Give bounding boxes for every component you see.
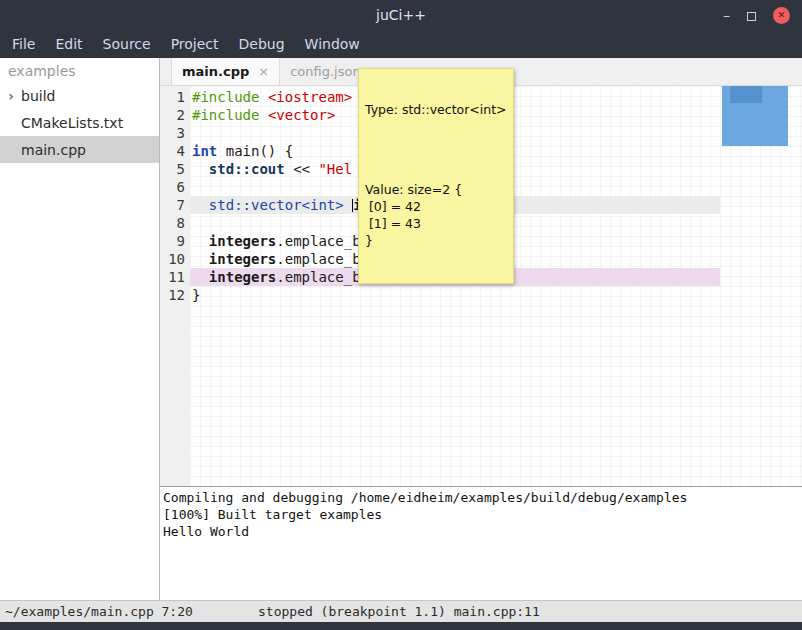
status-file-position: ~/examples/main.cpp 7:20: [5, 601, 193, 622]
file-label: main.cpp: [19, 142, 86, 158]
code-token: std::cout: [209, 161, 285, 177]
code-token: <<: [285, 161, 319, 177]
code-token: #include: [192, 89, 259, 105]
source-map-highlight: [730, 86, 762, 103]
menu-item-source[interactable]: Source: [93, 30, 161, 58]
tooltip-line: }: [365, 232, 507, 249]
menu-item-window[interactable]: Window: [295, 30, 370, 58]
terminal-line: [100%] Built target examples: [163, 506, 802, 523]
maximize-button[interactable]: [747, 6, 756, 25]
code-token: [259, 89, 267, 105]
title-bar: juCi++ – ✕: [0, 0, 802, 30]
minimize-button[interactable]: –: [723, 1, 730, 29]
terminal-line: Hello World: [163, 523, 802, 540]
menu-item-file[interactable]: File: [2, 30, 45, 58]
code-line-12[interactable]: }: [190, 286, 720, 304]
menu-item-project[interactable]: Project: [161, 30, 229, 58]
code-token: #include: [192, 107, 259, 123]
tab-label: config.json: [290, 64, 361, 79]
code-token: }: [192, 287, 200, 303]
line-number[interactable]: 6: [160, 178, 185, 196]
code-token: integers: [209, 233, 276, 249]
code-token: [344, 197, 352, 213]
file-label: build: [19, 88, 55, 104]
file-tree-item-main-cpp[interactable]: main.cpp: [0, 136, 159, 163]
status-debug-state: stopped (breakpoint 1.1) main.cpp:11: [258, 601, 540, 622]
close-button[interactable]: ✕: [773, 7, 790, 24]
maximize-icon: [747, 12, 756, 21]
code-token: std::vector<int>: [209, 197, 344, 213]
app-window: juCi++ – ✕ FileEditSourceProjectDebugWin…: [0, 0, 802, 630]
window-title: juCi++: [376, 7, 426, 23]
code-token: [192, 233, 209, 249]
tooltip-type-line: Type: std::vector<int>: [365, 102, 507, 118]
tab-close-icon[interactable]: ×: [258, 64, 269, 79]
sidebar: examples ›buildCMakeLists.txtmain.cpp: [0, 58, 160, 600]
line-number[interactable]: 2: [160, 106, 185, 124]
code-token: [259, 107, 267, 123]
source-map[interactable]: [720, 86, 802, 486]
code-token: <iostream>: [268, 89, 352, 105]
terminal-panel[interactable]: Compiling and debugging /home/eidheim/ex…: [160, 486, 802, 600]
gutter[interactable]: 123456789101112: [160, 86, 190, 486]
code-token: main() {: [217, 143, 293, 159]
line-number[interactable]: 4: [160, 142, 185, 160]
code-token: [192, 251, 209, 267]
file-tree-item-cmakelists-txt[interactable]: CMakeLists.txt: [0, 109, 159, 136]
chevron-right-icon[interactable]: ›: [3, 88, 19, 104]
line-number[interactable]: 10: [160, 250, 185, 268]
tooltip-line: Value: size=2 {: [365, 181, 507, 198]
debug-tooltip: Type: std::vector<int> Value: size=2 { […: [358, 68, 514, 284]
tab-main-cpp[interactable]: main.cpp×: [171, 58, 280, 85]
code-token: [192, 197, 209, 213]
code-token: <vector>: [268, 107, 335, 123]
line-number[interactable]: 3: [160, 124, 185, 142]
file-tree-item-build[interactable]: ›build: [0, 82, 159, 109]
window-controls: – ✕: [723, 0, 790, 30]
code-token: integers: [209, 251, 276, 267]
menu-item-debug[interactable]: Debug: [229, 30, 295, 58]
line-number[interactable]: 5: [160, 160, 185, 178]
code-token: int: [192, 143, 217, 159]
line-number[interactable]: 11: [160, 268, 185, 286]
code-token: integers: [209, 269, 276, 285]
code-token: [192, 161, 209, 177]
close-icon: ✕: [778, 10, 786, 20]
project-name: examples: [0, 58, 159, 82]
line-number[interactable]: 9: [160, 232, 185, 250]
tab-label: main.cpp: [182, 64, 249, 79]
source-map-slider[interactable]: [722, 86, 788, 146]
line-number[interactable]: 7: [160, 196, 185, 214]
bottom-strip: [0, 622, 802, 630]
file-tree: ›buildCMakeLists.txtmain.cpp: [0, 82, 159, 163]
tooltip-body: Value: size=2 { [0] = 42 [1] = 43}: [365, 181, 507, 249]
line-number[interactable]: 1: [160, 88, 185, 106]
code-token: "Hel: [318, 161, 352, 177]
status-bar: ~/examples/main.cpp 7:20 stopped (breakp…: [0, 600, 802, 622]
menu-item-edit[interactable]: Edit: [45, 30, 92, 58]
code-token: [192, 269, 209, 285]
file-label: CMakeLists.txt: [19, 115, 123, 131]
line-number[interactable]: 12: [160, 286, 185, 304]
menu-bar: FileEditSourceProjectDebugWindow: [0, 30, 802, 58]
line-number[interactable]: 8: [160, 214, 185, 232]
tooltip-line: [0] = 42: [365, 198, 507, 215]
tooltip-line: [1] = 43: [365, 215, 507, 232]
terminal-line: Compiling and debugging /home/eidheim/ex…: [163, 489, 802, 506]
